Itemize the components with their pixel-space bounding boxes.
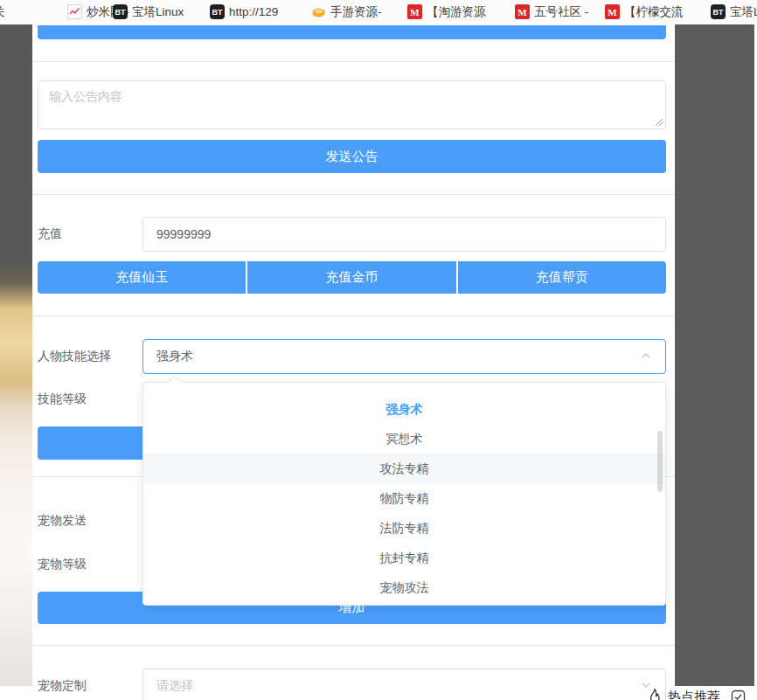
recharge-amount-field-wrap: [142, 217, 666, 252]
bookmark-label: 【柠檬交流: [624, 4, 684, 20]
announcement-input[interactable]: [38, 81, 665, 128]
skill-option[interactable]: 物防专精: [143, 483, 665, 513]
divider: [32, 194, 675, 195]
skill-option[interactable]: 冥想术: [143, 424, 665, 454]
skill-select[interactable]: 强身术: [142, 339, 666, 374]
skill-option[interactable]: 抗封专精: [143, 543, 665, 572]
bookmark-label: 宝塔L: [730, 4, 757, 20]
pet-custom-label: 宠物定制: [38, 669, 87, 700]
pet-custom-select[interactable]: 请选择: [142, 669, 666, 700]
bookmark-label: 手游资源-: [330, 4, 382, 20]
divider: [32, 61, 675, 62]
recharge-amount-input[interactable]: [156, 227, 652, 241]
divider: [32, 315, 675, 316]
bookmark-taoyou[interactable]: M 【淘游资源: [407, 0, 486, 24]
announcement-textarea-wrap: [38, 80, 666, 129]
pet-custom-placeholder: 请选择: [156, 678, 193, 694]
skill-option-list: 强身术 冥想术 攻法专精 物防专精 法防专精 抗封专精 宠物攻法: [143, 383, 665, 602]
recharge-gold-button[interactable]: 充值金币: [247, 261, 455, 294]
bt-icon: BT: [711, 4, 726, 19]
bookmarks-bar: 关 炒米网 - BT 宝塔Linux BT http://129 手游资源- M…: [0, 0, 757, 24]
bookmark-shouyou[interactable]: 手游资源-: [311, 0, 382, 24]
skill-option[interactable]: 强身术: [143, 394, 665, 424]
background-photo-left-strip: [0, 24, 33, 686]
skill-option[interactable]: 宠物攻法: [143, 572, 665, 602]
bookmark-label: 【淘游资源: [427, 4, 486, 20]
m-icon: M: [605, 4, 620, 19]
recharge-button-row: 充值仙玉 充值金币 充值帮贡: [38, 261, 666, 294]
recharge-xianyu-button[interactable]: 充值仙玉: [38, 261, 246, 294]
bt-icon: BT: [210, 4, 225, 19]
hot-recommend[interactable]: 热点推荐: [647, 686, 746, 700]
bookmark-ningmeng[interactable]: M 【柠檬交流: [605, 0, 684, 24]
stock-chart-icon: [67, 4, 82, 19]
bookmark-baota-linux[interactable]: BT 宝塔Linux: [113, 0, 184, 24]
gold-ingot-icon: [311, 4, 326, 19]
skill-select-value: 强身术: [156, 349, 193, 364]
m-icon: M: [515, 4, 530, 19]
send-announcement-button[interactable]: 发送公告: [38, 140, 666, 173]
recharge-banggong-button[interactable]: 充值帮贡: [458, 261, 666, 294]
m-icon: M: [407, 4, 422, 19]
pet-send-label: 宠物发送: [38, 503, 87, 538]
skill-option[interactable]: 法防专精: [143, 513, 665, 543]
cut-off-top-button[interactable]: [38, 25, 666, 39]
skill-dropdown-panel: 强身术 冥想术 攻法专精 物防专精 法防专精 抗封专精 宠物攻法: [142, 382, 666, 606]
bookmark-label: 宝塔Linux: [132, 4, 184, 20]
skill-select-label: 人物技能选择: [38, 339, 111, 374]
flame-icon: [647, 688, 663, 700]
bookmark-label: http://129: [229, 5, 278, 18]
chevron-up-icon: [640, 350, 652, 364]
check-square-icon[interactable]: [731, 690, 746, 700]
bookmark-label: 五号社区 -: [534, 4, 588, 20]
bookmark-wuhao[interactable]: M 五号社区 -: [515, 0, 588, 24]
hot-recommend-label: 热点推荐: [668, 689, 720, 700]
bookmark-baota-2[interactable]: BT 宝塔L: [711, 0, 757, 24]
bookmark-http-129[interactable]: BT http://129: [210, 0, 278, 24]
dropdown-scrollbar-thumb[interactable]: [657, 431, 663, 492]
recharge-label: 充值: [38, 217, 62, 252]
clipped-bookmark-text: 关: [0, 0, 5, 24]
skill-option[interactable]: 攻法专精: [143, 454, 665, 483]
pet-level-label: 宠物等级: [38, 547, 87, 582]
skill-level-label: 技能等级: [38, 387, 87, 412]
divider: [32, 645, 675, 646]
bt-icon: BT: [113, 4, 128, 19]
